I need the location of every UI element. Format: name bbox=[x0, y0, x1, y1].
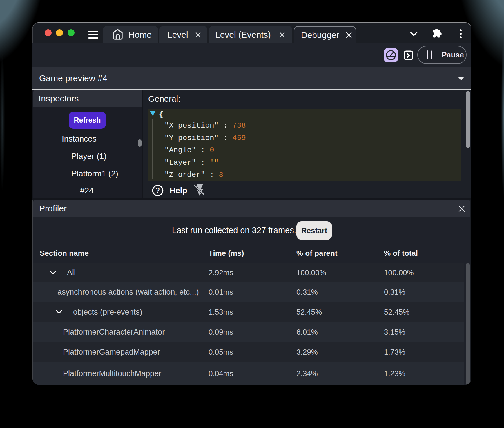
svg-text:?: ? bbox=[155, 186, 160, 195]
